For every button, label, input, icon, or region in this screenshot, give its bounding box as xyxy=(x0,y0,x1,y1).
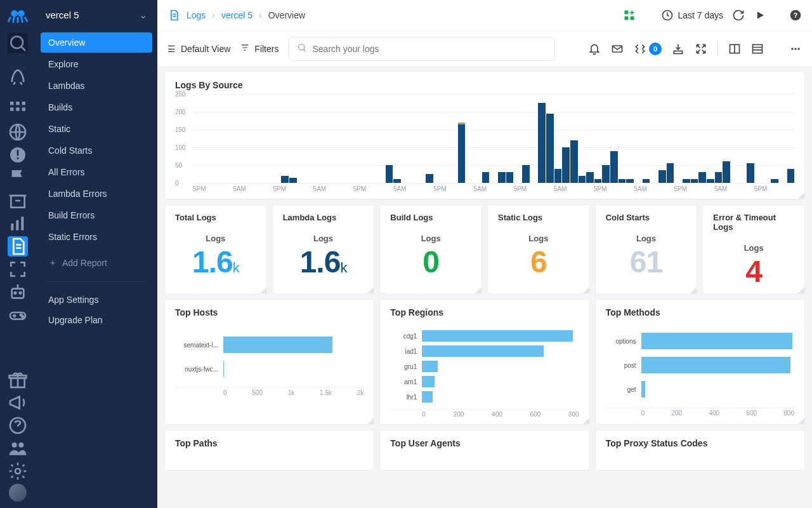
gamepad-icon[interactable] xyxy=(8,305,28,325)
metric-card: Lambda Logs Logs 1.6k xyxy=(273,205,374,293)
brackets-badge[interactable]: 0 xyxy=(634,43,662,55)
hbar-label: cdg1 xyxy=(390,333,422,340)
layout-columns-icon[interactable] xyxy=(728,43,741,55)
resize-handle[interactable] xyxy=(798,418,804,424)
more-icon[interactable] xyxy=(789,43,802,55)
resize-handle[interactable] xyxy=(367,287,374,293)
time-range-label: Last 7 days xyxy=(678,10,723,20)
metric-value: 1.6k xyxy=(283,247,364,277)
logs-by-source-chart: 050100150200250 xyxy=(193,94,794,183)
users-icon[interactable] xyxy=(8,438,28,458)
gift-icon[interactable] xyxy=(8,370,28,390)
archive-icon[interactable] xyxy=(8,190,28,211)
hbar-label: lhr1 xyxy=(390,394,422,401)
refresh-icon[interactable] xyxy=(732,9,745,22)
default-view-label: Default View xyxy=(181,44,230,54)
time-range-selector[interactable]: Last 7 days xyxy=(661,9,723,22)
search-box[interactable] xyxy=(289,37,555,61)
nav-item-cold-starts[interactable]: Cold Starts xyxy=(41,140,152,161)
gear-icon[interactable] xyxy=(8,461,28,481)
panels-row-2: Top Paths Top User Agents Top Proxy Stat… xyxy=(165,431,804,470)
help-icon[interactable] xyxy=(8,415,28,436)
nav-item-static[interactable]: Static xyxy=(41,119,152,139)
resize-handle[interactable] xyxy=(798,192,804,199)
search-icon[interactable] xyxy=(8,33,28,53)
sidebar: vercel 5 ⌄ OverviewExploreLambdasBuildsS… xyxy=(36,0,157,508)
nav-item-all-errors[interactable]: All Errors xyxy=(41,162,152,182)
nav-item-overview[interactable]: Overview xyxy=(41,32,152,53)
expand-icon[interactable] xyxy=(695,43,707,55)
breadcrumb-project[interactable]: vercel 5 xyxy=(221,10,252,20)
card-top-paths: Top Paths xyxy=(165,431,374,470)
add-widget-icon[interactable] xyxy=(623,9,636,22)
filters-button[interactable]: Filters xyxy=(240,43,278,54)
resize-handle[interactable] xyxy=(583,418,589,424)
resize-handle[interactable] xyxy=(798,287,804,293)
menu-icon: ☰ xyxy=(167,44,176,54)
bar xyxy=(458,123,466,183)
toolbar: ☰ Default View Filters 0 xyxy=(157,30,812,66)
nav-list: OverviewExploreLambdasBuildsStaticCold S… xyxy=(36,32,157,248)
nav-item-static-errors[interactable]: Static Errors xyxy=(41,227,152,247)
nav-item-lambda-errors[interactable]: Lambda Errors xyxy=(41,184,152,204)
nav-item-lambdas[interactable]: Lambdas xyxy=(41,76,152,96)
metric-sublabel: Logs xyxy=(175,234,256,243)
chart-bar-icon[interactable] xyxy=(8,213,28,234)
card-title: Top Proxy Status Codes xyxy=(606,438,794,448)
bar xyxy=(579,176,586,183)
hbar-label: sematext-l... xyxy=(175,342,223,349)
flag-icon[interactable] xyxy=(8,168,28,188)
svg-point-2 xyxy=(11,36,23,48)
bell-icon[interactable] xyxy=(588,43,601,55)
robot-icon[interactable] xyxy=(8,282,28,302)
resize-handle[interactable] xyxy=(583,287,589,293)
resize-handle[interactable] xyxy=(475,287,481,293)
rocket-icon[interactable] xyxy=(8,66,28,86)
resize-handle[interactable] xyxy=(260,287,266,293)
breadcrumb-logs[interactable]: Logs xyxy=(187,10,206,20)
fullscreen-icon[interactable] xyxy=(8,259,28,279)
bar xyxy=(570,140,578,183)
globe-icon[interactable] xyxy=(8,122,28,142)
svg-point-22 xyxy=(22,316,24,318)
mail-icon[interactable] xyxy=(611,43,624,55)
download-icon[interactable] xyxy=(672,43,684,55)
project-name: vercel 5 xyxy=(46,10,79,20)
clock-icon xyxy=(661,9,674,22)
hbar-label: get xyxy=(606,386,641,393)
resize-handle[interactable] xyxy=(690,287,697,293)
help-circle-icon[interactable]: ? xyxy=(789,9,802,22)
svg-point-39 xyxy=(791,48,793,50)
default-view-button[interactable]: ☰ Default View xyxy=(167,44,230,54)
link-app-settings[interactable]: App Settings xyxy=(41,290,152,310)
svg-point-34 xyxy=(299,44,304,50)
nav-item-build-errors[interactable]: Build Errors xyxy=(41,205,152,225)
svg-point-18 xyxy=(15,292,16,294)
bar xyxy=(586,172,594,183)
document-icon[interactable] xyxy=(8,236,28,257)
add-report-button[interactable]: ＋ Add Report xyxy=(41,252,152,274)
search-input[interactable] xyxy=(312,44,547,54)
brackets-icon xyxy=(634,43,646,55)
logo-octopus-icon[interactable] xyxy=(8,5,28,25)
document-icon xyxy=(167,9,180,22)
play-icon[interactable] xyxy=(754,9,766,22)
layout-list-icon[interactable] xyxy=(751,43,764,55)
metric-sublabel: Logs xyxy=(498,234,579,243)
link-upgrade-plan[interactable]: Upgrade Plan xyxy=(41,310,152,330)
svg-rect-6 xyxy=(10,107,13,110)
filters-label: Filters xyxy=(254,44,278,54)
metric-title: Lambda Logs xyxy=(283,213,364,222)
chevron-right-icon: › xyxy=(212,10,215,20)
grid-icon[interactable] xyxy=(8,99,28,119)
avatar[interactable] xyxy=(9,484,27,502)
card-title: Top Hosts xyxy=(175,307,363,318)
megaphone-icon[interactable] xyxy=(8,392,28,413)
svg-text:?: ? xyxy=(794,11,798,19)
alert-icon[interactable] xyxy=(8,145,28,165)
nav-item-explore[interactable]: Explore xyxy=(41,54,152,74)
resize-handle[interactable] xyxy=(367,418,374,424)
nav-item-builds[interactable]: Builds xyxy=(41,97,152,117)
project-selector[interactable]: vercel 5 ⌄ xyxy=(36,0,157,32)
svg-rect-3 xyxy=(10,102,13,105)
